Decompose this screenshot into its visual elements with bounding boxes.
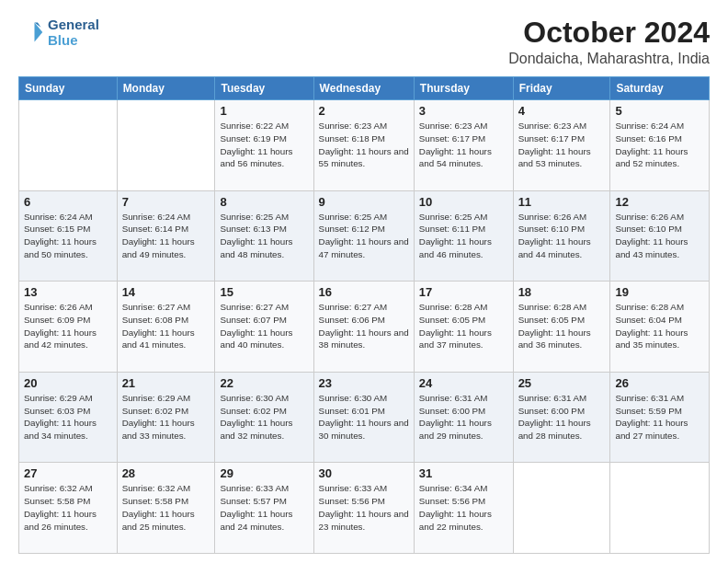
calendar-cell: 29Sunrise: 6:33 AM Sunset: 5:57 PM Dayli… xyxy=(215,463,313,554)
calendar-header-wednesday: Wednesday xyxy=(313,77,414,100)
day-info: Sunrise: 6:26 AM Sunset: 6:10 PM Dayligh… xyxy=(615,211,704,261)
day-info: Sunrise: 6:30 AM Sunset: 6:01 PM Dayligh… xyxy=(319,392,409,442)
calendar-cell: 4Sunrise: 6:23 AM Sunset: 6:17 PM Daylig… xyxy=(513,100,610,191)
day-number: 23 xyxy=(319,376,409,390)
day-number: 9 xyxy=(319,195,409,209)
calendar-week-2: 6Sunrise: 6:24 AM Sunset: 6:15 PM Daylig… xyxy=(19,190,710,282)
day-info: Sunrise: 6:27 AM Sunset: 6:07 PM Dayligh… xyxy=(220,301,308,351)
day-info: Sunrise: 6:32 AM Sunset: 5:58 PM Dayligh… xyxy=(24,482,112,533)
calendar-cell: 14Sunrise: 6:27 AM Sunset: 6:08 PM Dayli… xyxy=(117,282,215,373)
calendar-header-thursday: Thursday xyxy=(414,77,513,100)
calendar-header-row: SundayMondayTuesdayWednesdayThursdayFrid… xyxy=(19,77,710,100)
calendar-cell: 11Sunrise: 6:26 AM Sunset: 6:10 PM Dayli… xyxy=(513,190,610,282)
day-info: Sunrise: 6:23 AM Sunset: 6:17 PM Dayligh… xyxy=(419,120,508,170)
calendar-cell: 13Sunrise: 6:26 AM Sunset: 6:09 PM Dayli… xyxy=(19,282,118,373)
day-info: Sunrise: 6:32 AM Sunset: 5:58 PM Dayligh… xyxy=(122,482,210,533)
calendar-cell: 8Sunrise: 6:25 AM Sunset: 6:13 PM Daylig… xyxy=(215,190,313,282)
day-info: Sunrise: 6:31 AM Sunset: 6:00 PM Dayligh… xyxy=(419,392,508,442)
title-block: October 2024 Dondaicha, Maharashtra, Ind… xyxy=(508,17,710,67)
day-number: 29 xyxy=(220,466,308,480)
calendar-week-3: 13Sunrise: 6:26 AM Sunset: 6:09 PM Dayli… xyxy=(19,282,710,373)
day-number: 5 xyxy=(615,104,704,118)
day-info: Sunrise: 6:34 AM Sunset: 5:56 PM Dayligh… xyxy=(419,482,508,533)
calendar-cell: 18Sunrise: 6:28 AM Sunset: 6:05 PM Dayli… xyxy=(513,282,610,373)
day-info: Sunrise: 6:28 AM Sunset: 6:04 PM Dayligh… xyxy=(615,301,704,351)
calendar-cell: 17Sunrise: 6:28 AM Sunset: 6:05 PM Dayli… xyxy=(414,282,513,373)
day-number: 16 xyxy=(319,285,409,299)
calendar-cell xyxy=(117,100,215,191)
logo-text: General Blue xyxy=(48,17,99,49)
day-number: 26 xyxy=(615,376,704,390)
page: General Blue October 2024 Dondaicha, Mah… xyxy=(0,0,728,563)
day-info: Sunrise: 6:27 AM Sunset: 6:06 PM Dayligh… xyxy=(319,301,409,351)
day-number: 4 xyxy=(518,104,606,118)
day-number: 19 xyxy=(615,285,704,299)
day-info: Sunrise: 6:24 AM Sunset: 6:14 PM Dayligh… xyxy=(122,211,210,261)
day-info: Sunrise: 6:31 AM Sunset: 6:00 PM Dayligh… xyxy=(518,392,606,442)
day-number: 31 xyxy=(419,466,508,480)
calendar-cell: 10Sunrise: 6:25 AM Sunset: 6:11 PM Dayli… xyxy=(414,190,513,282)
calendar-cell: 26Sunrise: 6:31 AM Sunset: 5:59 PM Dayli… xyxy=(610,372,710,463)
calendar-header-tuesday: Tuesday xyxy=(215,77,313,100)
day-number: 17 xyxy=(419,285,508,299)
day-number: 14 xyxy=(122,285,210,299)
calendar-cell xyxy=(19,100,118,191)
day-number: 30 xyxy=(319,466,409,480)
day-info: Sunrise: 6:23 AM Sunset: 6:17 PM Dayligh… xyxy=(518,120,606,170)
day-number: 28 xyxy=(122,466,210,480)
day-info: Sunrise: 6:28 AM Sunset: 6:05 PM Dayligh… xyxy=(518,301,606,351)
calendar-cell: 2Sunrise: 6:23 AM Sunset: 6:18 PM Daylig… xyxy=(313,100,414,191)
calendar-cell: 20Sunrise: 6:29 AM Sunset: 6:03 PM Dayli… xyxy=(19,372,118,463)
day-number: 6 xyxy=(24,195,112,209)
calendar-cell: 28Sunrise: 6:32 AM Sunset: 5:58 PM Dayli… xyxy=(117,463,215,554)
day-number: 3 xyxy=(419,104,508,118)
calendar-cell: 6Sunrise: 6:24 AM Sunset: 6:15 PM Daylig… xyxy=(19,190,118,282)
day-info: Sunrise: 6:33 AM Sunset: 5:57 PM Dayligh… xyxy=(220,482,308,533)
day-number: 12 xyxy=(615,195,704,209)
calendar-cell: 24Sunrise: 6:31 AM Sunset: 6:00 PM Dayli… xyxy=(414,372,513,463)
calendar-cell xyxy=(513,463,610,554)
calendar-cell: 31Sunrise: 6:34 AM Sunset: 5:56 PM Dayli… xyxy=(414,463,513,554)
day-number: 21 xyxy=(122,376,210,390)
day-number: 1 xyxy=(220,104,308,118)
day-number: 24 xyxy=(419,376,508,390)
day-info: Sunrise: 6:25 AM Sunset: 6:13 PM Dayligh… xyxy=(220,211,308,261)
header: General Blue October 2024 Dondaicha, Mah… xyxy=(18,17,710,67)
day-info: Sunrise: 6:29 AM Sunset: 6:03 PM Dayligh… xyxy=(24,392,112,442)
logo-icon xyxy=(18,19,44,45)
calendar-cell: 22Sunrise: 6:30 AM Sunset: 6:02 PM Dayli… xyxy=(215,372,313,463)
day-info: Sunrise: 6:29 AM Sunset: 6:02 PM Dayligh… xyxy=(122,392,210,442)
day-number: 25 xyxy=(518,376,606,390)
logo: General Blue xyxy=(18,17,99,49)
day-info: Sunrise: 6:25 AM Sunset: 6:11 PM Dayligh… xyxy=(419,211,508,261)
day-info: Sunrise: 6:27 AM Sunset: 6:08 PM Dayligh… xyxy=(122,301,210,351)
day-number: 18 xyxy=(518,285,606,299)
calendar-header-sunday: Sunday xyxy=(19,77,118,100)
day-number: 7 xyxy=(122,195,210,209)
day-info: Sunrise: 6:31 AM Sunset: 5:59 PM Dayligh… xyxy=(615,392,704,442)
day-info: Sunrise: 6:33 AM Sunset: 5:56 PM Dayligh… xyxy=(319,482,409,533)
calendar-cell: 12Sunrise: 6:26 AM Sunset: 6:10 PM Dayli… xyxy=(610,190,710,282)
calendar-cell: 19Sunrise: 6:28 AM Sunset: 6:04 PM Dayli… xyxy=(610,282,710,373)
calendar-cell: 25Sunrise: 6:31 AM Sunset: 6:00 PM Dayli… xyxy=(513,372,610,463)
day-number: 10 xyxy=(419,195,508,209)
calendar-cell: 23Sunrise: 6:30 AM Sunset: 6:01 PM Dayli… xyxy=(313,372,414,463)
day-info: Sunrise: 6:23 AM Sunset: 6:18 PM Dayligh… xyxy=(319,120,409,170)
calendar-cell: 3Sunrise: 6:23 AM Sunset: 6:17 PM Daylig… xyxy=(414,100,513,191)
day-info: Sunrise: 6:28 AM Sunset: 6:05 PM Dayligh… xyxy=(419,301,508,351)
calendar-cell xyxy=(610,463,710,554)
day-number: 15 xyxy=(220,285,308,299)
calendar-cell: 9Sunrise: 6:25 AM Sunset: 6:12 PM Daylig… xyxy=(313,190,414,282)
calendar-cell: 27Sunrise: 6:32 AM Sunset: 5:58 PM Dayli… xyxy=(19,463,118,554)
calendar: SundayMondayTuesdayWednesdayThursdayFrid… xyxy=(18,76,710,554)
calendar-header-saturday: Saturday xyxy=(610,77,710,100)
calendar-cell: 21Sunrise: 6:29 AM Sunset: 6:02 PM Dayli… xyxy=(117,372,215,463)
day-info: Sunrise: 6:24 AM Sunset: 6:15 PM Dayligh… xyxy=(24,211,112,261)
day-info: Sunrise: 6:24 AM Sunset: 6:16 PM Dayligh… xyxy=(615,120,704,170)
day-number: 8 xyxy=(220,195,308,209)
day-info: Sunrise: 6:26 AM Sunset: 6:09 PM Dayligh… xyxy=(24,301,112,351)
calendar-header-friday: Friday xyxy=(513,77,610,100)
calendar-cell: 16Sunrise: 6:27 AM Sunset: 6:06 PM Dayli… xyxy=(313,282,414,373)
calendar-header-monday: Monday xyxy=(117,77,215,100)
calendar-cell: 5Sunrise: 6:24 AM Sunset: 6:16 PM Daylig… xyxy=(610,100,710,191)
